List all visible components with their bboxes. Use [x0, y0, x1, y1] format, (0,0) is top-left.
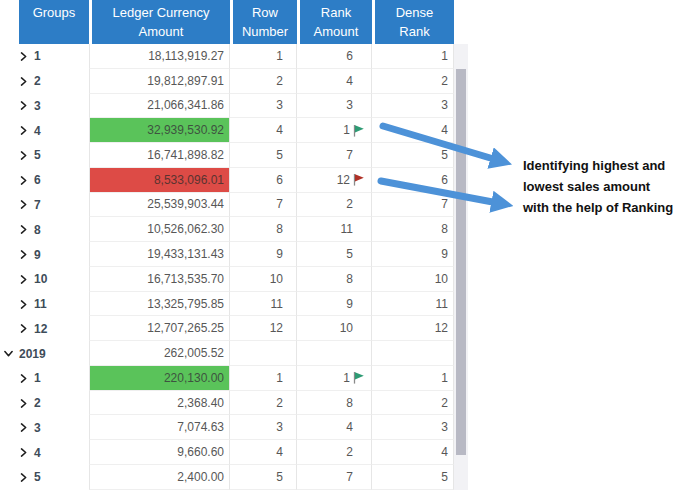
group-cell[interactable]: 7: [0, 193, 89, 218]
amount-cell: 16,741,898.82: [89, 143, 230, 168]
row-number-cell: 4: [230, 440, 297, 465]
chevron-right-icon[interactable]: [19, 151, 28, 160]
chevron-right-icon[interactable]: [19, 324, 28, 333]
table-row: 52,400.00575: [0, 465, 468, 490]
column-header-groups[interactable]: Groups: [0, 0, 89, 44]
rank-cell: 4: [297, 415, 372, 440]
table-row: 1016,713,535.7010810: [0, 267, 468, 292]
group-label: 1: [34, 49, 41, 63]
chevron-right-icon[interactable]: [19, 448, 28, 457]
chevron-right-icon[interactable]: [19, 176, 28, 185]
dense-rank-cell: 6: [372, 168, 454, 193]
group-cell[interactable]: 9: [0, 242, 89, 267]
group-cell[interactable]: 1: [0, 44, 89, 69]
rank-cell: 3: [297, 94, 372, 119]
group-label: 12: [34, 322, 47, 336]
group-cell[interactable]: 8: [0, 217, 89, 242]
chevron-right-icon[interactable]: [19, 77, 28, 86]
group-cell[interactable]: 12: [0, 316, 89, 341]
group-cell[interactable]: 3: [0, 94, 89, 119]
table-row: 49,660.60424: [0, 440, 468, 465]
amount-cell: 2,368.40: [89, 391, 230, 416]
column-header-label: Rank: [399, 22, 429, 41]
amount-cell: 25,539,903.44: [89, 193, 230, 218]
amount-cell: 10,526,062.30: [89, 217, 230, 242]
amount-cell: 18,113,919.27: [89, 44, 230, 69]
chevron-right-icon[interactable]: [19, 225, 28, 234]
amount-cell: 13,325,795.85: [89, 292, 230, 317]
dense-rank-cell: 2: [372, 391, 454, 416]
dense-rank-cell: 4: [372, 440, 454, 465]
amount-cell: 19,812,897.91: [89, 69, 230, 94]
group-cell[interactable]: 6: [0, 168, 89, 193]
row-number-cell: 5: [230, 143, 297, 168]
red-flag-icon: [352, 173, 367, 186]
group-label: 3: [34, 99, 41, 113]
table-row: 1212,707,265.25121012: [0, 316, 468, 341]
chevron-right-icon[interactable]: [19, 275, 28, 284]
chevron-right-icon[interactable]: [19, 399, 28, 408]
chevron-right-icon[interactable]: [19, 52, 28, 61]
amount-cell: 16,713,535.70: [89, 267, 230, 292]
group-label: 6: [34, 173, 41, 187]
rank-value: 7: [346, 470, 353, 484]
group-cell[interactable]: 5: [0, 143, 89, 168]
table-row: 810,526,062.308118: [0, 217, 468, 242]
group-cell[interactable]: 2: [0, 69, 89, 94]
dense-rank-cell: [372, 341, 454, 366]
group-label: 2: [34, 74, 41, 88]
table-row: 22,368.40282: [0, 391, 468, 416]
group-label: 3: [34, 421, 41, 435]
column-header-row-number[interactable]: Row Number: [230, 0, 297, 44]
column-header-rank-amount[interactable]: Rank Amount: [297, 0, 372, 44]
chevron-right-icon[interactable]: [19, 126, 28, 135]
group-label: 2019: [19, 347, 46, 361]
row-number-cell: 11: [230, 292, 297, 317]
group-cell[interactable]: 4: [0, 118, 89, 143]
table-header-row: Groups Ledger Currency Amount Row Number…: [0, 0, 468, 44]
rank-value: 7: [346, 148, 353, 162]
column-header-ledger-currency-amount[interactable]: Ledger Currency Amount: [89, 0, 230, 44]
group-cell[interactable]: 4: [0, 440, 89, 465]
column-header-label: Ledger Currency: [113, 3, 210, 22]
chevron-right-icon[interactable]: [19, 200, 28, 209]
dense-rank-cell: 5: [372, 465, 454, 490]
dense-rank-cell: 1: [372, 44, 454, 69]
table-row: 2019262,005.52: [0, 341, 468, 366]
table-row: 1113,325,795.8511911: [0, 292, 468, 317]
chevron-right-icon[interactable]: [19, 250, 28, 259]
chevron-right-icon[interactable]: [19, 374, 28, 383]
chevron-right-icon[interactable]: [19, 101, 28, 110]
rank-cell: 9: [297, 292, 372, 317]
amount-cell: 12,707,265.25: [89, 316, 230, 341]
row-number-cell: 1: [230, 366, 297, 391]
chevron-right-icon[interactable]: [19, 423, 28, 432]
group-cell[interactable]: 5: [0, 465, 89, 490]
group-cell[interactable]: 1: [0, 366, 89, 391]
rank-value: 1: [343, 123, 350, 137]
amount-cell: 2,400.00: [89, 465, 230, 490]
group-cell[interactable]: 10: [0, 267, 89, 292]
group-cell[interactable]: 11: [0, 292, 89, 317]
green-flag-icon: [352, 371, 367, 384]
column-header-dense-rank[interactable]: Dense Rank: [372, 0, 454, 44]
rank-cell: 1: [297, 366, 372, 391]
chevron-down-icon[interactable]: [4, 349, 13, 358]
chevron-right-icon[interactable]: [19, 473, 28, 482]
ranking-table: Groups Ledger Currency Amount Row Number…: [0, 0, 468, 490]
rank-cell: 2: [297, 193, 372, 218]
row-number-cell: 2: [230, 69, 297, 94]
dense-rank-cell: 3: [372, 94, 454, 119]
dense-rank-cell: 4: [372, 118, 454, 143]
group-label: 7: [34, 198, 41, 212]
group-cell[interactable]: 2019: [0, 341, 89, 366]
group-cell[interactable]: 2: [0, 391, 89, 416]
group-cell[interactable]: 3: [0, 415, 89, 440]
table-row: 68,533,096.016126: [0, 168, 468, 193]
amount-cell: 7,074.63: [89, 415, 230, 440]
row-number-cell: 6: [230, 168, 297, 193]
table-row: 219,812,897.91242: [0, 69, 468, 94]
row-number-cell: 3: [230, 415, 297, 440]
chevron-right-icon[interactable]: [19, 300, 28, 309]
vertical-scrollbar-thumb[interactable]: [456, 69, 466, 455]
